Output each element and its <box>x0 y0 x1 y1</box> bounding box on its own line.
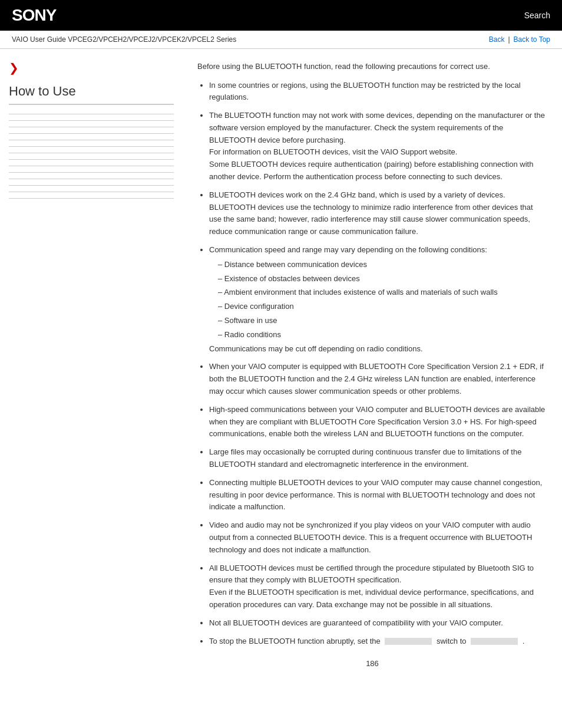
chevron-right-icon: ❯ <box>9 61 174 75</box>
sub-list: Distance between communication devices E… <box>218 259 547 341</box>
nav-separator: | <box>508 35 510 44</box>
sidebar-divider-13 <box>9 192 174 192</box>
sony-logo: SONY <box>12 6 56 25</box>
sidebar-divider-8 <box>9 159 174 160</box>
sub-list-item: Software in use <box>218 315 547 327</box>
sidebar-divider-11 <box>9 179 174 179</box>
main-layout: ❯ How to Use Before using the BLUETOOTH … <box>0 49 562 680</box>
sidebar-divider-2 <box>9 120 174 121</box>
sidebar-divider-1 <box>9 114 174 114</box>
header: SONY Search <box>0 0 562 31</box>
list-item: Video and audio may not be synchronized … <box>209 519 547 556</box>
sidebar-divider-3 <box>9 127 174 127</box>
nav-links: Back | Back to Top <box>489 35 550 44</box>
sidebar-divider-4 <box>9 133 174 134</box>
breadcrumb: VAIO User Guide VPCEG2/VPCEH2/VPCEJ2/VPC… <box>12 35 236 44</box>
content-area: Before using the BLUETOOTH function, rea… <box>183 49 562 680</box>
search-button[interactable]: Search <box>524 11 550 20</box>
sub-list-item: Ambient environment that includes existe… <box>218 286 547 299</box>
sub-list-item: Radio conditions <box>218 329 547 341</box>
list-item: In some countries or regions, using the … <box>209 80 547 104</box>
intro-paragraph: Before using the BLUETOOTH function, rea… <box>197 61 547 73</box>
back-link[interactable]: Back <box>489 35 505 44</box>
sub-list-item: Existence of obstacles between devices <box>218 273 547 285</box>
page-number: 186 <box>197 659 547 668</box>
list-item: To stop the BLUETOOTH function abruptly,… <box>209 635 547 648</box>
list-item: High-speed communications between your V… <box>209 404 547 440</box>
after-subitems: Communications may be cut off depending … <box>209 344 423 353</box>
sidebar-divider-14 <box>9 198 174 199</box>
sidebar-divider-6 <box>9 146 174 147</box>
list-item: BLUETOOTH devices work on the 2.4 GHz ba… <box>209 189 547 238</box>
sidebar-divider-7 <box>9 153 174 153</box>
main-list: In some countries or regions, using the … <box>209 80 547 648</box>
sidebar: ❯ How to Use <box>0 49 183 680</box>
sidebar-divider-5 <box>9 140 174 140</box>
breadcrumb-bar: VAIO User Guide VPCEG2/VPCEH2/VPCEJ2/VPC… <box>0 31 562 49</box>
list-item: Large files may occasionally be corrupte… <box>209 446 547 471</box>
inline-placeholder <box>385 638 432 645</box>
list-item: Communication speed and range may vary d… <box>209 244 547 355</box>
inline-placeholder-2 <box>471 638 518 645</box>
back-to-top-link[interactable]: Back to Top <box>514 35 550 44</box>
sidebar-divider-10 <box>9 172 174 173</box>
list-item: Not all BLUETOOTH devices are guaranteed… <box>209 617 547 630</box>
sidebar-divider-9 <box>9 166 174 166</box>
list-item: All BLUETOOTH devices must be certified … <box>209 562 547 611</box>
sub-list-item: Device configuration <box>218 301 547 313</box>
list-item: Connecting multiple BLUETOOTH devices to… <box>209 477 547 513</box>
list-item: The BLUETOOTH function may not work with… <box>209 110 547 183</box>
list-item: When your VAIO computer is equipped with… <box>209 361 547 397</box>
sub-list-item: Distance between communication devices <box>218 259 547 271</box>
sidebar-divider-12 <box>9 185 174 186</box>
section-title: How to Use <box>9 84 174 105</box>
